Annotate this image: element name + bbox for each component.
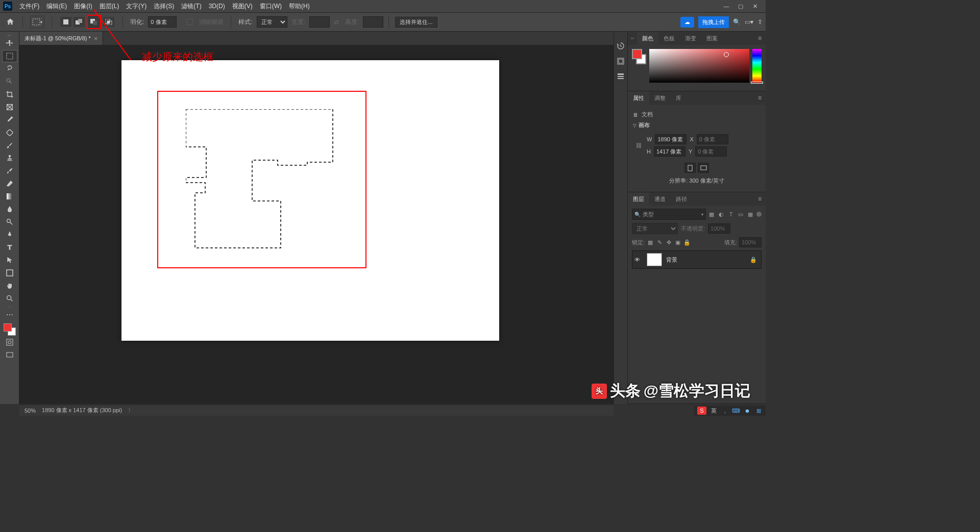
height-field[interactable] <box>654 146 685 157</box>
drag-upload-button[interactable]: 拖拽上传 <box>698 16 729 28</box>
tab-layers[interactable]: 图层 <box>628 192 649 206</box>
tab-properties[interactable]: 属性 <box>628 91 649 105</box>
lock-paint-icon[interactable]: ✎ <box>656 239 663 246</box>
ime-lang[interactable]: 英 <box>709 407 718 415</box>
layer-lock-icon[interactable]: 🔒 <box>750 257 759 263</box>
tab-color[interactable]: 颜色 <box>637 32 658 45</box>
share-icon[interactable]: ⇧ <box>757 18 763 26</box>
info-chevron-icon[interactable]: 〉 <box>128 407 133 414</box>
eraser-tool[interactable] <box>2 178 17 190</box>
marching-ants-selection <box>186 109 339 252</box>
fill-label: 填充: <box>724 239 737 246</box>
tab-libraries[interactable]: 库 <box>671 91 687 105</box>
layer-thumbnail[interactable] <box>647 253 662 266</box>
hue-thumb-icon[interactable] <box>751 82 763 84</box>
panel-menu-icon[interactable]: ≡ <box>754 94 766 102</box>
ime-toolbox-icon[interactable]: ⊞ <box>754 407 763 415</box>
menu-window[interactable]: 窗口(W) <box>257 1 285 12</box>
ime-punct-icon[interactable]: ， <box>721 407 729 415</box>
properties-panel: 属性 调整 库 ≡ 🗎文档 ▽画布 ⛓ W X <box>628 91 766 192</box>
ime-sogou-icon[interactable]: S <box>697 407 706 415</box>
layer-name[interactable]: 背景 <box>666 256 746 264</box>
filter-adjust-icon[interactable]: ◐ <box>718 211 725 218</box>
maximize-button[interactable]: ▢ <box>737 3 744 10</box>
lock-label: 锁定: <box>632 239 645 246</box>
orientation-portrait-button[interactable] <box>684 163 696 173</box>
h-label: H <box>647 148 651 155</box>
canvas[interactable]: 减少原来的选框 <box>121 60 499 341</box>
blur-tool[interactable] <box>2 203 17 215</box>
panel-icon-2[interactable] <box>616 56 626 66</box>
select-and-mask-button[interactable]: 选择并遮住... <box>394 16 438 29</box>
tab-swatches[interactable]: 色板 <box>658 32 680 45</box>
history-panel-icon[interactable] <box>616 41 626 51</box>
zoom-tool[interactable] <box>2 292 17 305</box>
dodge-tool[interactable] <box>2 216 17 228</box>
search-icon[interactable]: 🔍 <box>733 18 741 26</box>
watermark-prefix: 头条 <box>610 381 641 401</box>
lock-all-icon[interactable]: 🔒 <box>683 239 691 246</box>
ime-emoji-icon[interactable]: ☻ <box>743 407 751 415</box>
lock-position-icon[interactable]: ✥ <box>665 239 672 246</box>
tab-patterns[interactable]: 图案 <box>701 32 723 45</box>
menu-help[interactable]: 帮助(H) <box>286 1 313 12</box>
chevron-down-icon[interactable]: ▽ <box>633 123 636 128</box>
svg-rect-24 <box>618 76 624 77</box>
screenmode-tool[interactable] <box>2 349 17 361</box>
menu-3d[interactable]: 3D(D) <box>206 2 228 11</box>
filter-toggle[interactable] <box>756 212 762 217</box>
tab-gradients[interactable]: 渐变 <box>680 32 701 45</box>
panel-fg-swatch[interactable] <box>632 49 642 59</box>
quickmask-tool[interactable] <box>2 336 17 348</box>
watermark-text: @雪松学习日记 <box>644 381 750 401</box>
stamp-tool[interactable] <box>2 152 17 164</box>
filter-type-icon[interactable]: T <box>727 211 734 218</box>
document-info[interactable]: 1890 像素 x 1417 像素 (300 ppi) <box>42 407 122 414</box>
link-wh-icon[interactable]: ⛓ <box>636 142 642 148</box>
svg-rect-13 <box>7 193 13 199</box>
svg-rect-19 <box>7 352 13 357</box>
tab-paths[interactable]: 路径 <box>671 192 692 206</box>
tab-channels[interactable]: 通道 <box>649 192 671 206</box>
lock-pixels-icon[interactable]: ▩ <box>647 239 654 246</box>
visibility-icon[interactable]: 👁 <box>634 257 643 263</box>
panel-icon-3[interactable] <box>616 71 626 82</box>
tab-adjustments[interactable]: 调整 <box>649 91 671 105</box>
lock-artboard-icon[interactable]: ▣ <box>674 239 681 246</box>
filter-pixel-icon[interactable]: ▩ <box>708 211 715 218</box>
shape-tool[interactable] <box>2 267 17 279</box>
filter-shape-icon[interactable]: ▭ <box>737 211 744 218</box>
menu-view[interactable]: 视图(V) <box>229 1 256 12</box>
foreground-swatch[interactable] <box>4 323 12 332</box>
close-button[interactable]: ✕ <box>751 3 758 10</box>
workspace-icon[interactable]: ▭▾ <box>745 18 753 26</box>
panel-collapse-icon[interactable]: ›› <box>628 36 637 41</box>
type-tool[interactable] <box>2 241 17 254</box>
history-brush-tool[interactable] <box>2 165 17 177</box>
color-swatches[interactable] <box>4 323 16 336</box>
gradient-tool[interactable] <box>2 190 17 202</box>
hue-slider[interactable] <box>752 49 762 83</box>
blend-mode-select[interactable]: 正常 <box>632 223 678 234</box>
svg-point-14 <box>7 219 10 223</box>
zoom-level[interactable]: 50% <box>24 408 36 414</box>
orientation-landscape-button[interactable] <box>698 163 709 173</box>
ime-keyboard-icon[interactable]: ⌨ <box>732 407 740 415</box>
style-select[interactable]: 正常 <box>257 16 287 28</box>
cloud-icon: ☁ <box>684 19 690 26</box>
hand-tool[interactable] <box>2 280 17 292</box>
path-select-tool[interactable] <box>2 254 17 266</box>
edit-toolbar-button[interactable]: ⋯ <box>2 309 17 321</box>
color-picker-ring-icon <box>724 52 729 57</box>
pen-tool[interactable] <box>2 229 17 241</box>
color-field[interactable] <box>649 49 749 83</box>
toolbar-more-icon[interactable]: ⋯ <box>7 305 12 308</box>
layer-filter-select[interactable]: 🔍类型▾ <box>632 209 706 220</box>
layer-item-background[interactable]: 👁 背景 🔒 <box>632 250 762 269</box>
panel-menu-icon[interactable]: ≡ <box>754 35 766 42</box>
filter-smart-icon[interactable]: ▦ <box>747 211 754 218</box>
width-field[interactable] <box>655 134 687 144</box>
minimize-button[interactable]: — <box>723 3 730 10</box>
cloud-button[interactable]: ☁ <box>680 17 694 28</box>
panel-menu-icon[interactable]: ≡ <box>754 195 766 202</box>
